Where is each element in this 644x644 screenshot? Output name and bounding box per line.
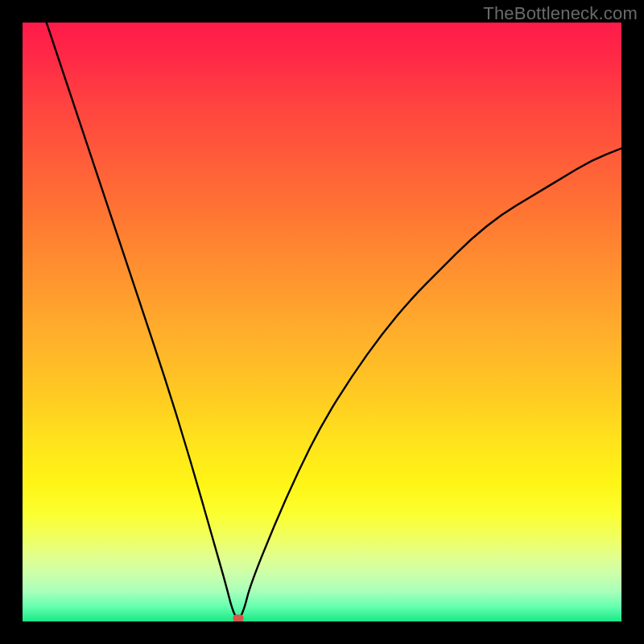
chart-frame: TheBottleneck.com	[0, 0, 644, 644]
bottleneck-curve	[47, 23, 621, 618]
plot-area	[23, 23, 621, 621]
optimal-point-marker	[233, 614, 243, 621]
curve-layer	[23, 23, 621, 621]
watermark-text: TheBottleneck.com	[483, 3, 638, 24]
